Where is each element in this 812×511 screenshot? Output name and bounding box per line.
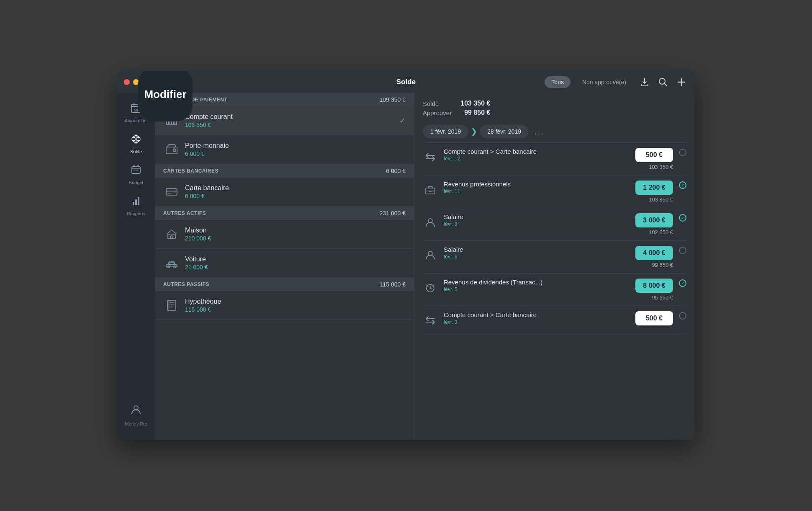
search-icon [658,77,668,87]
filter-tous-button[interactable]: Tous [545,76,570,88]
date-from-button[interactable]: 1 févr. 2019 [423,125,468,138]
section-total-autres-passifs: 115 000 € [380,281,406,288]
transaction-amount-t6[interactable]: 500 € [635,311,673,325]
sidebar-item-budget[interactable]: Budget [117,159,155,190]
transfer2-icon [423,313,438,328]
transfer-icon [423,150,438,165]
account-balance-carte-bancaire: 6 000 € [185,193,406,199]
transaction-right-t6: 500 € [635,311,673,325]
svg-rect-7 [137,165,139,167]
transaction-amount-t3[interactable]: 3 000 € [635,213,673,227]
svg-rect-15 [173,121,175,124]
alarm-icon [423,280,438,295]
transaction-name-t1: Compte courant > Carte bancaire [444,148,630,155]
minimize-button[interactable] [133,79,139,85]
sidebar-item-money-pro[interactable]: Money Pro [125,399,147,431]
transaction-meta-t6 [679,311,686,320]
section-total-autres-actifs: 231 000 € [380,210,406,217]
account-item-carte-bancaire[interactable]: Carte bancaire 6 000 € [155,178,414,206]
sidebar-item-solde[interactable]: Solde [117,128,155,159]
transaction-info-t1: Compte courant > Carte bancaire févr. 12 [444,148,630,162]
date-more-button[interactable]: ... [531,127,547,137]
transaction-item-t6[interactable]: Compte courant > Carte bancaire févr. 3 … [423,306,686,333]
transaction-meta-t5: ✓ [679,279,686,287]
transaction-amount-t1[interactable]: 500 € [635,148,673,162]
briefcase-icon [423,182,438,197]
balance-row-approve: Approuver 99 850 € [423,109,491,116]
sidebar: 15 Aujourd'hui Solde [117,93,155,440]
transaction-running-t1: 103 350 € [649,164,673,170]
account-name-voiture: Voiture [185,256,406,263]
account-balance-compte-courant: 103 350 € [185,121,399,128]
svg-rect-14 [171,121,172,124]
sidebar-solde-label: Solde [130,149,142,154]
modifier-label: Modifier [144,88,186,101]
transaction-item-t5[interactable]: Revenus de dividendes (Transac...) févr.… [423,274,686,306]
transaction-status-t3: ✓ [679,214,686,222]
transaction-status-t6 [679,312,686,320]
transaction-name-t4: Salaire [444,246,630,253]
main-content: 15 Aujourd'hui Solde [117,93,695,440]
transaction-status-t4 [679,247,686,254]
section-header-autres-passifs: AUTRES PASSIFS 115 000 € [155,278,414,291]
modifier-badge[interactable]: Modifier [138,71,193,121]
sidebar-item-rapports[interactable]: Rapports [117,190,155,221]
transaction-amount-t5[interactable]: 8 000 € [635,279,673,293]
svg-point-3 [132,137,135,141]
balance-info: Solde 103 350 € Approuver 99 850 € [423,100,491,116]
account-balance-voiture: 21 000 € [185,264,406,271]
transaction-item-t4[interactable]: Salaire févr. 6 4 000 € 99 650 € [423,241,686,274]
transaction-meta-t2: ✓ [679,181,686,189]
ledger-icon [163,297,180,314]
date-arrow-icon: ❯ [471,127,477,136]
account-item-voiture[interactable]: Voiture 21 000 € [155,249,414,278]
accounts-panel: COMPTES DE PAIEMENT 109 350 € Com [155,93,414,440]
svg-rect-29 [167,300,169,310]
account-name-carte-bancaire: Carte bancaire [185,184,406,192]
transaction-date-t2: févr. 11 [444,188,630,194]
transaction-date-t5: févr. 5 [444,286,630,292]
search-button[interactable] [656,75,670,89]
account-item-porte-monnaie[interactable]: Porte-monnaie 6 000 € [155,135,414,164]
transaction-right-t2: 1 200 € 103 850 € [635,181,673,203]
transactions-panel: Solde 103 350 € Approuver 99 850 € 1 fév… [414,93,695,440]
close-button[interactable] [124,79,130,85]
transaction-right-t1: 500 € 103 350 € [635,148,673,170]
add-button[interactable] [675,75,688,89]
svg-rect-16 [166,147,177,154]
transaction-status-t5: ✓ [679,279,686,287]
main-window: Modifier Solde Tous Non approuvé(e) [117,71,695,440]
account-info-hypotheque: Hypothèque 115 000 € [185,298,406,313]
transaction-right-t5: 8 000 € 95 650 € [635,279,673,301]
svg-rect-9 [135,199,137,205]
account-item-compte-courant[interactable]: Compte courant 103 350 € ✓ [155,106,414,135]
transaction-status-t1 [679,149,686,156]
download-button[interactable] [638,75,651,89]
account-balance-porte-monnaie: 6 000 € [185,150,406,157]
date-range: 1 févr. 2019 ❯ 28 févr. 2019 ... [423,125,686,138]
transaction-name-t2: Revenus professionnels [444,181,630,188]
transaction-running-t4: 99 650 € [652,262,673,268]
section-title-cartes-bancaires: CARTES BANCAIRES [163,168,218,174]
section-header-autres-actifs: AUTRES ACTIFS 231 000 € [155,206,414,220]
account-name-hypotheque: Hypothèque [185,298,406,305]
svg-rect-5 [132,167,140,173]
filter-non-approuve-button[interactable]: Non approuvé(e) [576,76,633,88]
card-icon [163,183,180,200]
account-item-hypotheque[interactable]: Hypothèque 115 000 € [155,291,414,320]
transaction-meta-t1 [679,148,686,156]
svg-rect-17 [173,149,176,152]
transaction-name-t6: Compte courant > Carte bancaire [444,311,630,318]
transaction-amount-t2[interactable]: 1 200 € [635,181,673,195]
date-to-button[interactable]: 28 févr. 2019 [480,125,529,138]
account-item-maison[interactable]: Maison 210 000 € [155,220,414,249]
reports-icon [130,195,142,209]
section-title-autres-passifs: AUTRES PASSIFS [163,281,209,287]
transaction-amount-t4[interactable]: 4 000 € [635,246,673,260]
transaction-item-t2[interactable]: Revenus professionnels févr. 11 1 200 € … [423,175,686,208]
account-name-compte-courant: Compte courant [185,113,399,121]
transaction-item-t1[interactable]: Compte courant > Carte bancaire févr. 12… [423,143,686,175]
transaction-item-t3[interactable]: Salaire févr. 8 3 000 € 102 650 € ✓ [423,208,686,241]
person-icon [130,404,142,418]
transaction-date-t4: févr. 6 [444,254,630,260]
